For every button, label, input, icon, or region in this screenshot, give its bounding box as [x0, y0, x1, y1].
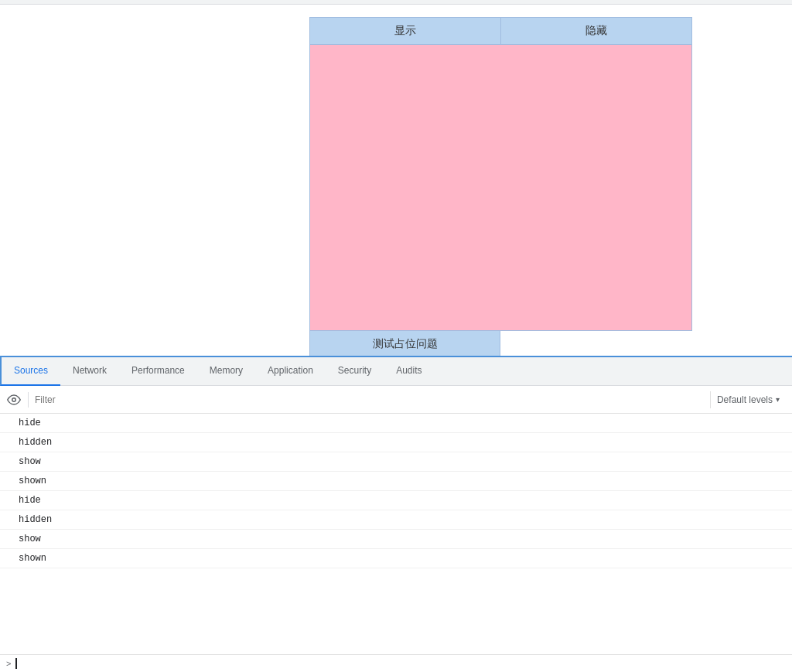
tab-performance[interactable]: Performance	[119, 357, 197, 386]
console-chevron-icon: >	[6, 659, 11, 668]
svg-point-0	[12, 397, 16, 401]
tab-audits[interactable]: Audits	[384, 357, 434, 386]
show-button[interactable]: 显示	[309, 17, 500, 45]
demo-container: 显示 隐藏 测试占位问题	[309, 17, 692, 358]
main-content: 显示 隐藏 测试占位问题	[0, 5, 792, 360]
tab-security[interactable]: Security	[326, 357, 384, 386]
devtools-tabs-bar: Sources Network Performance Memory Appli…	[0, 357, 792, 386]
default-levels-label: Default levels	[717, 394, 773, 405]
console-row: hidden	[0, 510, 792, 530]
console-row: shown	[0, 549, 792, 568]
console-row: shown	[0, 472, 792, 491]
tab-application[interactable]: Application	[255, 357, 326, 386]
console-toolbar: Default levels ▾	[0, 386, 792, 414]
dropdown-arrow-icon: ▾	[776, 395, 780, 404]
tab-network[interactable]: Network	[60, 357, 119, 386]
console-row: show	[0, 530, 792, 549]
demo-buttons: 显示 隐藏	[309, 17, 692, 45]
console-input-row[interactable]: >	[0, 654, 792, 672]
eye-icon[interactable]	[6, 392, 22, 408]
tab-sources[interactable]: Sources	[0, 357, 60, 386]
console-output: hide hidden show shown hide hidden show …	[0, 414, 792, 654]
test-placeholder-button[interactable]: 测试占位问题	[309, 331, 500, 358]
console-row: hide	[0, 414, 792, 433]
toolbar-separator	[28, 392, 29, 408]
console-row: hidden	[0, 433, 792, 452]
hide-button[interactable]: 隐藏	[500, 17, 692, 45]
pink-box	[309, 45, 692, 331]
filter-input[interactable]	[35, 391, 704, 408]
console-cursor	[15, 658, 17, 669]
default-levels-dropdown[interactable]: Default levels ▾	[710, 391, 786, 408]
tab-memory[interactable]: Memory	[197, 357, 255, 386]
console-row: show	[0, 452, 792, 472]
devtools-panel: Sources Network Performance Memory Appli…	[0, 356, 792, 672]
console-row: hide	[0, 491, 792, 510]
